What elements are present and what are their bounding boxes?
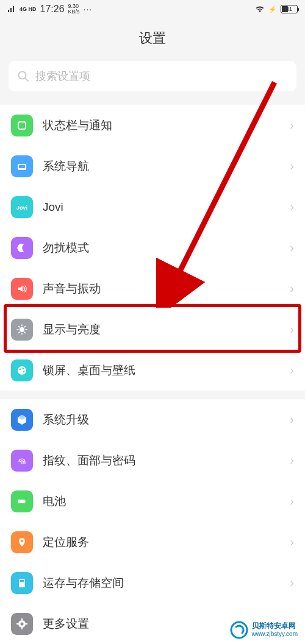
row-lockscreen[interactable]: 锁屏、桌面与壁纸 › xyxy=(0,350,305,391)
row-system-nav[interactable]: 系统导航 › xyxy=(0,146,305,186)
settings-group-2: 系统升级 › 指纹、面部与密码 › 电池 › 定位服务 › 运存与存储空间 › … xyxy=(0,399,305,644)
palette-icon xyxy=(11,359,33,381)
chevron-right-icon: › xyxy=(290,118,294,132)
svg-point-6 xyxy=(18,366,26,375)
charge-icon: ⚡ xyxy=(268,5,277,13)
chevron-right-icon: › xyxy=(290,281,294,295)
row-location[interactable]: 定位服务 › xyxy=(0,522,305,562)
svg-point-7 xyxy=(20,368,21,370)
jovi-icon: Jovi xyxy=(11,196,33,218)
chevron-right-icon: › xyxy=(290,453,294,467)
fingerprint-icon xyxy=(11,450,33,472)
battery-icon: 41 xyxy=(281,5,298,13)
gear-icon xyxy=(11,613,33,635)
chevron-right-icon: › xyxy=(290,159,294,173)
nav-icon xyxy=(11,155,33,177)
row-update[interactable]: 系统升级 › xyxy=(0,399,305,440)
status-right: ⚡ 41 xyxy=(255,5,298,13)
chevron-right-icon: › xyxy=(290,322,294,336)
brightness-icon xyxy=(11,319,33,341)
svg-rect-20 xyxy=(26,623,27,625)
svg-point-16 xyxy=(21,622,24,625)
svg-text:Jovi: Jovi xyxy=(16,205,27,211)
row-label: Jovi xyxy=(43,200,280,214)
more-dots-icon: ··· xyxy=(84,4,93,14)
row-label: 状态栏与通知 xyxy=(43,118,280,133)
chevron-right-icon: › xyxy=(290,494,294,508)
row-battery[interactable]: 电池 › xyxy=(0,481,305,522)
svg-point-12 xyxy=(21,540,23,542)
row-label: 系统升级 xyxy=(43,412,280,428)
search-placeholder: 搜索设置项 xyxy=(35,69,90,83)
row-label: 运存与存储空间 xyxy=(43,575,280,591)
clock: 17:26 xyxy=(40,4,65,15)
chevron-right-icon: › xyxy=(290,535,294,549)
location-icon xyxy=(11,531,33,553)
svg-rect-3 xyxy=(19,165,25,168)
chevron-right-icon: › xyxy=(290,576,294,590)
chevron-right-icon: › xyxy=(290,200,294,214)
watermark-logo-icon xyxy=(230,621,248,639)
row-label: 锁屏、桌面与壁纸 xyxy=(43,363,280,378)
svg-point-5 xyxy=(20,327,24,332)
storage-icon xyxy=(11,572,33,594)
chevron-right-icon: › xyxy=(290,412,294,426)
search-container: 搜索设置项 xyxy=(0,61,305,96)
row-storage[interactable]: 运存与存储空间 › xyxy=(0,562,305,603)
page-header: 设置 xyxy=(0,18,305,61)
row-label: 指纹、面部与密码 xyxy=(43,453,280,469)
chevron-right-icon: › xyxy=(290,363,294,377)
signal-icon xyxy=(7,5,16,13)
row-label: 显示与亮度 xyxy=(43,322,280,338)
chevron-right-icon: › xyxy=(290,241,294,255)
row-label: 系统导航 xyxy=(43,158,280,174)
wifi-icon xyxy=(255,5,265,13)
row-label: 定位服务 xyxy=(43,534,280,550)
row-status-notification[interactable]: 状态栏与通知 › xyxy=(0,105,305,146)
row-dnd[interactable]: 勿扰模式 › xyxy=(0,227,305,268)
settings-group-1: 状态栏与通知 › 系统导航 › Jovi Jovi › 勿扰模式 › 声音与振动… xyxy=(0,105,305,391)
row-jovi[interactable]: Jovi Jovi › xyxy=(0,186,305,227)
svg-rect-10 xyxy=(18,500,25,503)
row-label: 勿扰模式 xyxy=(43,240,280,256)
watermark: 贝斯特安卓网 www.zjbstyy.com xyxy=(226,620,301,640)
svg-point-8 xyxy=(23,367,24,369)
svg-rect-17 xyxy=(21,618,23,620)
search-icon xyxy=(17,70,29,82)
status-bar: 4G HD 17:26 9.30KB/s ··· ⚡ 41 xyxy=(0,0,305,18)
net-speed: 9.30KB/s xyxy=(68,4,80,15)
row-label: 电池 xyxy=(43,494,280,509)
svg-rect-1 xyxy=(18,122,26,129)
sound-icon xyxy=(11,278,33,300)
svg-rect-11 xyxy=(26,500,27,502)
status-left: 4G HD 17:26 9.30KB/s ··· xyxy=(7,4,92,15)
svg-point-9 xyxy=(23,370,25,372)
row-biometrics[interactable]: 指纹、面部与密码 › xyxy=(0,440,305,481)
svg-rect-18 xyxy=(21,628,23,629)
status-icon xyxy=(11,115,33,136)
page-title: 设置 xyxy=(0,29,305,48)
search-input[interactable]: 搜索设置项 xyxy=(9,61,296,91)
row-sound[interactable]: 声音与振动 › xyxy=(0,268,305,309)
svg-rect-14 xyxy=(20,580,24,582)
update-icon xyxy=(11,409,33,431)
watermark-text: 贝斯特安卓网 www.zjbstyy.com xyxy=(252,621,298,639)
row-display[interactable]: 显示与亮度 › xyxy=(0,309,305,350)
battery-icon xyxy=(11,490,33,512)
row-label: 声音与振动 xyxy=(43,281,280,297)
svg-rect-19 xyxy=(16,623,18,625)
network-type: 4G HD xyxy=(20,6,37,12)
svg-point-22 xyxy=(231,622,247,638)
moon-icon xyxy=(11,237,33,259)
